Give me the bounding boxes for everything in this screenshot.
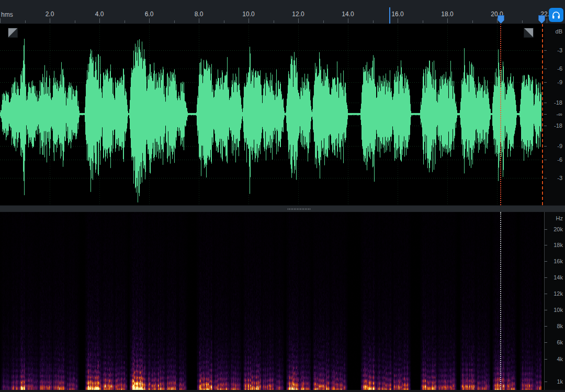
ruler-tick [274,20,274,23]
ruler-tick [174,20,175,23]
hz-scale-label: 16k [545,257,565,265]
ruler-tick [348,18,348,23]
db-scale-label: dB [544,28,565,35]
ruler-tick [497,18,498,23]
db-scale-label: -∞ [544,110,565,118]
ruler-tick [398,18,398,23]
ruler-tick [447,18,448,23]
ruler-time-label: 10.0 [242,10,254,18]
headphones-icon [551,10,561,20]
ruler-time-label: 8.0 [195,10,204,18]
waveform-panel [0,24,544,205]
hz-scale-label: 12k [545,290,565,297]
hz-scale-label: 18k [545,241,565,249]
bottom-border [0,390,565,392]
ruler-tick [423,20,423,23]
monitor-button[interactable] [549,8,563,22]
ruler-tick [25,20,26,23]
playhead-line-waveform[interactable] [500,24,501,205]
ruler-tick [298,18,299,23]
fade-in-handle[interactable] [8,28,18,38]
ruler-tick [0,18,1,23]
hz-scale: Hz20k18k16k14k12k10k8k6k4k1k [544,212,565,390]
db-scale: dB-3-6-9-18-∞-18-9-6-3 [544,24,565,205]
db-scale-label: -3 [544,174,565,182]
hz-scale-label: 20k [545,226,565,233]
selection-edge-line[interactable] [389,7,390,24]
hz-scale-label: 4k [545,355,565,363]
ruler-tick [373,20,374,23]
timeline-ruler[interactable]: hms 2.04.06.08.010.012.014.016.018.020.0… [0,0,565,24]
db-scale-label: -18 [544,99,565,106]
db-scale-label: -3 [544,47,565,54]
ruler-tick [248,18,249,23]
ruler-tick [199,18,199,23]
ruler-time-label: 16.0 [391,10,403,18]
ruler-tick [472,20,473,23]
ruler-tick [547,18,547,23]
ruler-tick [99,18,100,23]
db-scale-label: -9 [544,79,565,86]
ruler-tick [75,20,75,23]
hz-scale-label: 6k [545,339,565,346]
ruler-time-label: 2.0 [46,10,54,18]
db-scale-label: -6 [544,156,565,163]
time-format-label: hms [1,11,13,18]
spectrogram-panel [0,212,544,390]
playhead-handle[interactable] [498,15,504,24]
db-scale-label: -6 [544,65,565,72]
ruler-tick [149,18,150,23]
ruler-tick [224,20,224,23]
end-marker-handle[interactable] [538,15,545,24]
playhead-line-spectrogram[interactable] [500,212,501,390]
ruler-time-label: 14.0 [342,10,354,18]
db-scale-label: -18 [544,122,565,129]
hz-scale-label: 14k [545,274,565,281]
hz-scale-label: 8k [545,322,565,330]
ruler-tick [323,20,324,23]
spectrogram-display[interactable] [0,212,544,390]
ruler-time-label: 12.0 [292,10,304,18]
ruler-tick [125,20,125,23]
waveform-display[interactable] [0,24,544,205]
ruler-time-label: 4.0 [95,10,104,18]
ruler-tick [522,20,523,23]
splitter-grip-icon [288,208,311,210]
audio-editor-window: hms 2.04.06.08.010.012.014.016.018.020.0… [0,0,565,392]
selection-end-line[interactable] [542,24,543,205]
hz-scale-label: 10k [545,306,565,313]
ruler-tick [50,18,50,23]
ruler-time-label: 18.0 [441,10,453,18]
fade-out-handle[interactable] [524,28,534,38]
db-scale-label: -9 [544,142,565,150]
hz-scale-label: 1k [545,378,565,385]
ruler-time-label: 6.0 [145,10,154,18]
hz-scale-label: Hz [545,215,565,222]
